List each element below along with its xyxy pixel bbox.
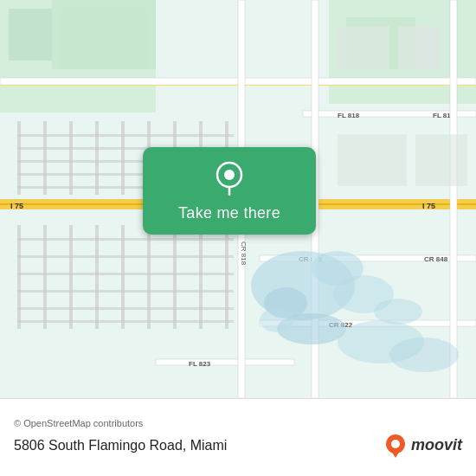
moovit-pin-icon — [383, 434, 408, 458]
svg-rect-26 — [69, 121, 73, 195]
svg-text:FL 818: FL 818 — [338, 112, 360, 119]
svg-rect-47 — [17, 238, 234, 241]
location-pin-icon — [212, 161, 247, 196]
svg-rect-49 — [17, 273, 234, 275]
svg-rect-68 — [9, 9, 52, 61]
svg-point-74 — [391, 440, 400, 448]
svg-rect-24 — [17, 121, 21, 195]
svg-rect-50 — [17, 290, 234, 293]
svg-rect-27 — [95, 121, 99, 195]
svg-point-71 — [224, 170, 235, 180]
svg-rect-28 — [121, 121, 125, 195]
moovit-brand-text: moovit — [411, 436, 462, 454]
svg-marker-75 — [391, 451, 400, 458]
svg-point-61 — [260, 308, 294, 332]
svg-text:CR 818: CR 818 — [240, 241, 248, 266]
svg-rect-51 — [17, 307, 234, 310]
svg-rect-67 — [415, 134, 467, 186]
take-me-there-label: Take me there — [178, 204, 280, 222]
address-row: 5806 South Flamingo Road, Miami moovit — [14, 434, 462, 458]
svg-rect-65 — [398, 26, 441, 69]
take-me-there-button[interactable]: Take me there — [143, 147, 316, 235]
svg-rect-69 — [61, 9, 147, 69]
svg-rect-66 — [338, 134, 407, 186]
svg-text:I 75: I 75 — [10, 202, 23, 210]
moovit-logo: moovit — [383, 434, 462, 458]
svg-rect-25 — [43, 121, 47, 195]
map-container: I 75 I 75 CR 848 CR 848 CR 822 FL 818 FL… — [0, 0, 476, 398]
svg-point-60 — [389, 338, 459, 372]
svg-rect-64 — [338, 26, 389, 69]
svg-rect-19 — [156, 359, 294, 365]
svg-rect-23 — [450, 0, 457, 398]
svg-rect-48 — [17, 255, 234, 258]
address-text: 5806 South Flamingo Road, Miami — [14, 438, 227, 453]
bottom-bar: © OpenStreetMap contributors 5806 South … — [0, 398, 476, 476]
map-attribution: © OpenStreetMap contributors — [14, 418, 462, 428]
svg-text:CR 848: CR 848 — [424, 255, 448, 263]
svg-text:FL 823: FL 823 — [189, 360, 211, 368]
svg-text:I 75: I 75 — [422, 202, 435, 210]
svg-rect-33 — [17, 134, 234, 137]
svg-rect-52 — [17, 320, 234, 323]
